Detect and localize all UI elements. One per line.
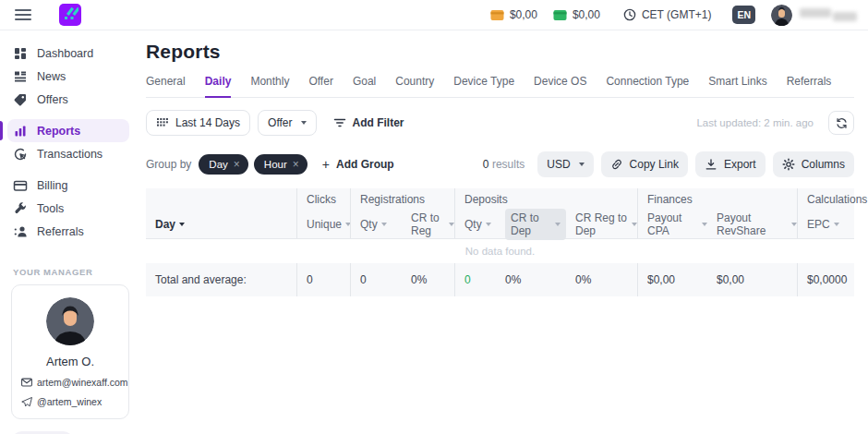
group-header-spacer [146,188,296,210]
gear-icon [782,158,795,171]
tab-referrals[interactable]: Referrals [787,75,832,97]
manager-telegram[interactable]: @artem_winex [21,396,119,407]
wallet-orange-icon [490,9,504,21]
group-chip-day[interactable]: Day × [199,154,247,175]
sidebar-item-news[interactable]: News [0,65,139,88]
total-unique: 0 [296,263,350,296]
group-chip-hour-label: Hour [264,159,287,170]
column-dep-qty[interactable]: Qty [454,210,496,238]
wrench-icon [13,201,28,216]
copy-link-label: Copy Link [630,158,679,171]
group-header-deposits: Deposits [454,188,637,210]
tab-device-os[interactable]: Device OS [534,75,586,97]
manager-section-label: YOUR MANAGER [13,267,139,277]
balance-secondary[interactable]: $0,00 [553,8,600,21]
sidebar-item-dashboard[interactable]: Dashboard [0,42,139,65]
logo-icon [62,6,78,23]
total-label: Total and average: [146,263,296,296]
timezone-selector[interactable]: CET (GMT+1) [623,8,711,21]
sidebar-item-label: Tools [37,202,64,215]
balance-main[interactable]: $0,00 [490,8,537,21]
sidebar-item-label: Transactions [37,148,102,161]
sidebar-item-reports[interactable]: Reports [0,119,139,142]
tab-country[interactable]: Country [395,75,434,97]
manager-name: Artem O. [21,355,119,368]
chevron-down-icon [579,163,585,166]
language-selector[interactable]: EN [732,6,755,24]
sidebar-item-label: Offers [37,93,68,106]
topbar: $0,00 $0,00 CET (GMT+1) EN [0,0,868,30]
tab-connection-type[interactable]: Connection Type [606,75,689,97]
column-day[interactable]: Day [146,210,296,238]
wallet-green-icon [553,9,567,21]
columns-button[interactable]: Columns [773,151,854,177]
menu-icon[interactable] [15,9,31,20]
sidebar-item-tools[interactable]: Tools [0,197,139,220]
copy-link-button[interactable]: Copy Link [601,151,688,177]
column-cr-reg-to-dep[interactable]: CR Reg to Dep [566,210,637,238]
balance-main-amount: $0,00 [510,8,537,21]
group-header-finances: Finances [637,188,797,210]
plus-icon: + [322,157,330,172]
currency-dropdown[interactable]: USD [537,151,593,177]
sidebar-item-referrals[interactable]: Referrals [0,220,139,243]
sidebar-nav: Dashboard News Offers [0,42,139,243]
tab-smart-links[interactable]: Smart Links [708,75,766,97]
column-cr-to-dep[interactable]: CR to Dep [496,210,566,238]
column-unique[interactable]: Unique [296,210,350,238]
offer-filter-dropdown[interactable]: Offer [258,110,316,136]
main-content: Reports General Daily Monthly Offer Goal… [139,30,868,434]
date-range-button[interactable]: Last 14 Days [146,110,250,136]
referrals-icon [13,224,28,239]
remove-hour-icon[interactable]: × [293,159,299,170]
user-avatar [771,5,792,26]
sort-caret-icon [381,223,387,226]
balance-secondary-amount: $0,00 [573,8,600,21]
refresh-button[interactable] [828,111,854,135]
group-chip-day-label: Day [209,159,227,170]
export-button[interactable]: Export [695,151,766,177]
page-title: Reports [146,41,854,63]
user-menu[interactable] [771,5,857,26]
download-icon [705,158,717,171]
tab-device-type[interactable]: Device Type [453,75,514,97]
remove-day-icon[interactable]: × [234,159,240,170]
add-filter-button[interactable]: Add Filter [324,110,414,136]
sidebar-item-transactions[interactable]: Transactions [0,142,139,165]
table-actions: 0 results USD Copy Link [483,151,854,177]
tab-offer[interactable]: Offer [308,75,332,97]
column-payout-cpa[interactable]: Payout CPA [637,210,707,238]
total-cr-to-dep: 0% [496,263,566,296]
clock-icon [623,8,636,21]
sort-caret-icon [555,223,561,226]
sidebar-item-label: Dashboard [37,47,93,60]
column-cr-to-reg[interactable]: CR to Reg [402,210,454,238]
link-icon [610,158,623,171]
selected-column-chip: CR to Dep [505,209,566,240]
tab-monthly[interactable]: Monthly [250,75,289,97]
sidebar-item-billing[interactable]: Billing [0,174,139,197]
column-epc[interactable]: EPC [797,210,854,238]
user-name-redacted [800,8,857,21]
columns-label: Columns [802,158,845,171]
bar-chart-icon [13,124,28,139]
sidebar-item-offers[interactable]: Offers [0,88,139,111]
total-payout-cpa: $0,00 [637,263,707,296]
date-range-label: Last 14 Days [175,116,240,129]
total-reg-qty: 0 [350,263,402,296]
tab-daily[interactable]: Daily [205,75,232,98]
manager-email[interactable]: artem@winexaff.com [21,377,119,388]
column-payout-revshare[interactable]: Payout RevShare [707,210,797,238]
filter-icon [333,116,346,129]
group-chip-hour[interactable]: Hour × [254,154,307,175]
tab-goal[interactable]: Goal [353,75,376,97]
winex-logo[interactable] [59,4,81,26]
add-group-button[interactable]: + Add Group [322,157,394,172]
group-by-label: Group by [146,158,191,171]
total-cr-reg-to-dep: 0% [566,263,637,296]
column-reg-qty[interactable]: Qty [350,210,402,238]
table-header: Clicks Registrations Deposits Finances C… [146,188,854,239]
dashboard-icon [13,46,28,61]
tab-general[interactable]: General [146,75,186,97]
sidebar-item-label: Referrals [37,225,84,238]
